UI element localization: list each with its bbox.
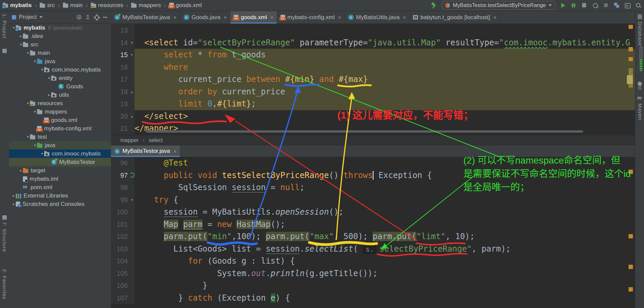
code-line-15[interactable]: 15▾ select * from t_goods [111,49,635,61]
code-line-96[interactable]: 96 @Test [111,157,635,169]
stripe-mark[interactable] [629,170,633,174]
tree-collapse-icon[interactable]: ▸ [12,193,16,198]
fold-icon[interactable]: ▴ [129,86,135,98]
stripe-mark[interactable] [627,75,633,84]
code-text[interactable]: <select id="selectByPriceRange" paramete… [135,37,635,49]
tree-item-resources[interactable]: ▾resources [9,99,111,107]
tree-item-java[interactable]: ▾java [9,57,111,65]
changes-icon[interactable] [614,2,620,8]
tree-item-Scratches and Consoles[interactable]: ▸Scratches and Consoles [9,200,111,208]
stripe-mark[interactable] [629,265,633,269]
tree-item-utils[interactable]: ▸utils [9,91,111,99]
tree-collapse-icon[interactable]: ▸ [47,93,51,97]
code-text[interactable]: List<Goods> list = session.selectList( s… [135,243,635,255]
tree-item-target[interactable]: ▸target [9,166,111,175]
code-line-107[interactable]: 107 } catch (Exception e) { [111,292,635,304]
tree-expand-icon[interactable]: ▾ [26,51,30,55]
tree-expand-icon[interactable]: ▾ [33,143,37,147]
stripe-mark[interactable] [629,47,633,51]
code-line-103[interactable]: 103 List<Goods> list = session.selectLis… [111,243,635,255]
toolwindow-project-button[interactable]: 1: Project [2,14,7,38]
rerun-test-icon[interactable] [129,173,135,178]
tree-collapse-icon[interactable]: ▸ [19,168,23,173]
code-line-13[interactable]: 13 [111,24,635,37]
stripe-mark[interactable] [629,25,633,29]
breadcrumb-item-mybatis[interactable]: mybatis [3,2,32,9]
locate-file-icon[interactable] [76,14,82,20]
code-line-14[interactable]: 14▾ <select id="selectByPriceRange" para… [111,37,635,49]
tree-item-MyBatisTestor[interactable]: CMyBatisTestor [9,158,111,166]
code-line-16[interactable]: 16 where [111,61,635,74]
breadcrumb-item-mappers[interactable]: mappers [131,2,161,9]
code-line-97[interactable]: 97 public void testSelectByPriceRange() … [111,169,635,182]
code-text[interactable]: } [135,279,635,292]
code-text[interactable]: session = MyBatisUtils.openSession(); [135,206,635,218]
toolwindow-maven-button[interactable]: Maven [637,103,643,120]
code-text[interactable]: Map parm = new HashMap(); [135,218,635,231]
code-text[interactable]: </select> [135,110,635,123]
breadcrumb-item-goods.xml[interactable]: goods.xml [169,2,202,9]
code-line-18[interactable]: 18▴ order by current_price [111,86,635,98]
tree-item-java[interactable]: ▾java [9,141,111,149]
code-line-100[interactable]: 100 session = MyBatisUtils.openSession()… [111,206,635,218]
tab-Goods.java[interactable]: cGoods.java× [180,11,231,24]
breadcrumb-item-main[interactable]: main [63,2,83,9]
code-line-99[interactable]: 99▾ try { [111,194,635,206]
tree-item-test[interactable]: ▾test [9,133,111,141]
tree-item-mappers[interactable]: ▾mappers [9,107,111,116]
code-text[interactable]: @Test [135,157,635,169]
tab-close-icon[interactable]: × [493,14,496,20]
java-editor[interactable]: 96 @Test97 public void testSelectByPrice… [111,157,635,308]
fold-icon[interactable]: ▾ [129,49,135,61]
tree-item-.idea[interactable]: ▸.idea [9,32,111,40]
tree-expand-icon[interactable]: ▾ [26,101,30,105]
structure-strip-icon[interactable] [2,215,7,220]
tab-close-icon[interactable]: × [224,14,227,20]
run-configuration-select[interactable]: MyBatisTestor.testSelectByPriceRange [442,1,555,10]
project-panel-title[interactable]: Project [19,14,37,20]
code-text[interactable]: SqlSession session = null; [135,181,635,194]
search-icon[interactable] [635,2,641,8]
hide-panel-icon[interactable] [102,14,108,20]
tree-expand-icon[interactable]: ▾ [47,76,51,80]
breadcrumb-item-resources[interactable]: resources [91,2,123,9]
code-text[interactable]: where [135,61,635,74]
collapse-all-icon[interactable] [85,14,91,20]
run-button[interactable] [560,2,566,8]
tree-item-com.imooc.mybatis[interactable]: ▾com.imooc.mybatis [9,149,111,158]
terminal-icon[interactable] [624,2,631,8]
debug-button[interactable] [571,2,577,8]
code-text[interactable]: </mapper> [135,122,635,135]
tree-item-mybatis[interactable]: ▾mybatisE:\java\mybatis [9,24,111,32]
xml-breadcrumb-select[interactable]: select [149,137,163,143]
stripe-mark[interactable] [629,287,633,292]
code-text[interactable]: select * from t_goods [135,49,635,61]
code-line-98[interactable]: 98 SqlSession session = null; [111,181,635,194]
fold-icon[interactable]: ▴ [129,110,135,123]
stop-button[interactable] [603,2,609,8]
tree-collapse-icon[interactable]: ▸ [19,34,23,38]
xml-breadcrumb-mapper[interactable]: mapper [120,137,139,143]
tab-goods.xml[interactable]: goods.xml× [230,11,277,24]
tab-MyBatisTestor.java[interactable]: cMyBatisTestor.java× [111,11,180,24]
project-strip-icon[interactable] [2,49,7,53]
code-line-21[interactable]: 21</mapper> [111,122,635,135]
xml-editor[interactable]: 1314▾ <select id="selectByPriceRange" pa… [111,24,635,136]
code-text[interactable]: try { [135,194,635,206]
code-text[interactable]: } catch (Exception e) { [135,292,635,304]
tree-expand-icon[interactable]: ▾ [40,151,44,156]
stripe-mark[interactable] [629,234,633,238]
tree-expand-icon[interactable]: ▾ [33,109,37,114]
code-text[interactable]: parm.put("min",100); parm.put("max", 500… [135,230,635,243]
code-text[interactable]: order by current_price [135,86,635,98]
tree-item-External Libraries[interactable]: ▸External Libraries [9,191,111,200]
tab-close-icon[interactable]: × [174,14,177,20]
tab-close-icon[interactable]: × [403,14,406,20]
toolwindow-database-button[interactable]: Database [637,22,643,46]
code-text[interactable] [135,24,635,37]
horizontal-scrollbar[interactable] [146,130,583,133]
tab-close-icon[interactable]: × [270,14,273,20]
chevron-down-icon[interactable] [39,16,43,18]
code-text[interactable]: System.out.println(g.getTitle()); [135,267,635,280]
toolwindow-favorites-button[interactable]: 2: Favorites [2,269,7,299]
